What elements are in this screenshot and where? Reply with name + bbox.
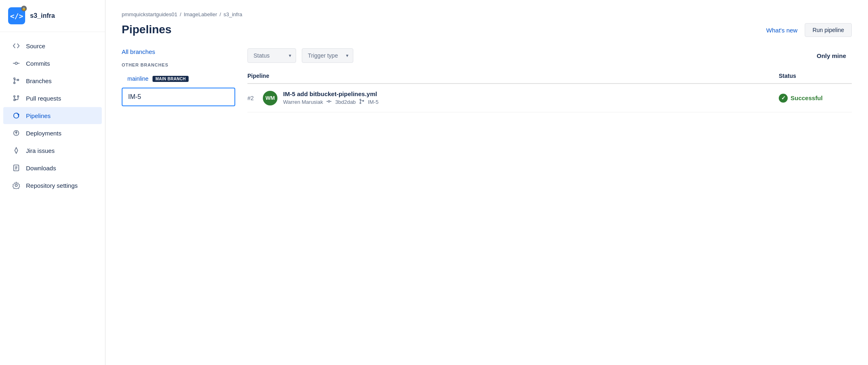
repo-logo: </> 🔒	[8, 7, 25, 24]
source-icon	[12, 42, 20, 50]
branches-panel: All branches OTHER BRANCHES mainline MAI…	[122, 48, 235, 112]
all-branches-link[interactable]: All branches	[122, 48, 235, 55]
trigger-type-filter-wrapper: Trigger type Push Manual	[302, 48, 353, 63]
status-filter[interactable]: Status Successful Failed Running	[247, 48, 296, 63]
status-column-header: Status	[779, 73, 852, 79]
sidebar-item-deployments-label: Deployments	[26, 130, 62, 137]
pipeline-meta: Warren Marusiak 3bd2dab	[283, 99, 779, 105]
svg-point-20	[360, 99, 361, 100]
branch-item-mainline[interactable]: mainline MAIN BRANCH	[122, 71, 235, 85]
sidebar-item-downloads[interactable]: Downloads	[3, 159, 102, 176]
run-pipeline-button[interactable]: Run pipeline	[805, 23, 852, 37]
table-row[interactable]: #2 WM IM-5 add bitbucket-pipelines.yml W…	[247, 84, 852, 112]
pipelines-panel: Status Successful Failed Running Trigger…	[247, 48, 852, 112]
pipeline-column-header: Pipeline	[247, 73, 779, 79]
header-actions: What's new Run pipeline	[766, 23, 852, 37]
sidebar-item-pull-requests[interactable]: Pull requests	[3, 90, 102, 107]
only-mine-button[interactable]: Only mine	[811, 49, 852, 62]
sidebar-item-pipelines[interactable]: Pipelines	[3, 107, 102, 124]
svg-point-3	[14, 78, 15, 79]
pipeline-number: #2	[247, 95, 257, 101]
pipeline-branch: IM-5	[368, 99, 378, 105]
filters-row: Status Successful Failed Running Trigger…	[247, 48, 852, 63]
sidebar-item-jira-issues[interactable]: Jira issues	[3, 142, 102, 159]
lock-badge: 🔒	[21, 6, 27, 11]
svg-point-21	[360, 103, 361, 104]
branch-item-im5[interactable]: IM-5	[122, 88, 235, 106]
svg-point-4	[14, 82, 15, 84]
svg-point-8	[17, 96, 19, 97]
breadcrumb: pmmquickstartguides01 / ImageLabeller / …	[122, 11, 852, 17]
svg-point-6	[14, 96, 15, 97]
svg-point-16	[15, 184, 17, 186]
pipeline-status-successful: ✓ Successful	[779, 94, 852, 103]
pipeline-row-content: #2 WM IM-5 add bitbucket-pipelines.yml W…	[247, 90, 779, 105]
branch-icon	[359, 99, 365, 105]
commit-icon	[326, 99, 332, 105]
deployments-icon	[12, 129, 20, 137]
pipeline-info: IM-5 add bitbucket-pipelines.yml Warren …	[283, 90, 779, 105]
branch-name-mainline[interactable]: mainline	[127, 75, 148, 82]
avatar: WM	[263, 91, 277, 105]
sidebar-item-source[interactable]: Source	[3, 37, 102, 54]
sidebar-item-repository-settings-label: Repository settings	[26, 182, 78, 189]
pipeline-author: Warren Marusiak	[283, 99, 323, 105]
pipeline-title[interactable]: IM-5 add bitbucket-pipelines.yml	[283, 90, 779, 97]
success-check-icon: ✓	[779, 94, 788, 103]
page-title: Pipelines	[122, 23, 172, 36]
sidebar-header: </> 🔒 s3_infra	[0, 0, 105, 32]
whats-new-link[interactable]: What's new	[766, 27, 797, 34]
settings-icon	[12, 181, 20, 189]
main-branch-badge: MAIN BRANCH	[153, 76, 189, 82]
sidebar-item-jira-issues-label: Jira issues	[26, 147, 55, 154]
trigger-type-filter[interactable]: Trigger type Push Manual	[302, 48, 353, 63]
sidebar-item-downloads-label: Downloads	[26, 165, 56, 172]
lock-icon: 🔒	[22, 7, 26, 11]
sidebar-item-commits-label: Commits	[26, 60, 50, 67]
branches-icon	[12, 77, 20, 85]
svg-point-0	[15, 62, 17, 64]
pipeline-commit-hash: 3bd2dab	[335, 99, 356, 105]
code-brackets-icon: </>	[10, 12, 24, 20]
sidebar-item-branches[interactable]: Branches	[3, 72, 102, 89]
page-header: Pipelines What's new Run pipeline	[122, 23, 852, 37]
sidebar-item-branches-label: Branches	[26, 77, 52, 84]
main-content: pmmquickstartguides01 / ImageLabeller / …	[105, 0, 868, 365]
sidebar-item-deployments[interactable]: Deployments	[3, 125, 102, 142]
commits-icon	[12, 59, 20, 67]
pipeline-status-label: Successful	[791, 94, 823, 101]
sidebar-item-commits[interactable]: Commits	[3, 55, 102, 72]
jira-icon	[12, 146, 20, 155]
breadcrumb-sep-1: /	[180, 11, 181, 17]
svg-point-17	[328, 101, 330, 102]
status-filter-wrapper: Status Successful Failed Running	[247, 48, 296, 63]
repo-name: s3_infra	[30, 12, 55, 19]
branch-name-im5: IM-5	[128, 93, 141, 100]
downloads-icon	[12, 164, 20, 172]
pull-requests-icon	[12, 94, 20, 102]
sidebar: </> 🔒 s3_infra Source	[0, 0, 105, 365]
pipelines-icon	[12, 112, 20, 120]
pipeline-content: All branches OTHER BRANCHES mainline MAI…	[122, 48, 852, 112]
breadcrumb-repo-parent[interactable]: ImageLabeller	[184, 11, 217, 17]
sidebar-item-pull-requests-label: Pull requests	[26, 95, 61, 102]
sidebar-item-repository-settings[interactable]: Repository settings	[3, 177, 102, 194]
other-branches-label: OTHER BRANCHES	[122, 62, 235, 67]
sidebar-item-source-label: Source	[26, 43, 45, 49]
breadcrumb-sep-2: /	[219, 11, 221, 17]
sidebar-item-pipelines-label: Pipelines	[26, 112, 51, 119]
breadcrumb-current-repo[interactable]: s3_infra	[223, 11, 242, 17]
table-header: Pipeline Status	[247, 73, 852, 84]
sidebar-nav: Source Commits	[0, 32, 105, 365]
breadcrumb-org[interactable]: pmmquickstartguides01	[122, 11, 177, 17]
